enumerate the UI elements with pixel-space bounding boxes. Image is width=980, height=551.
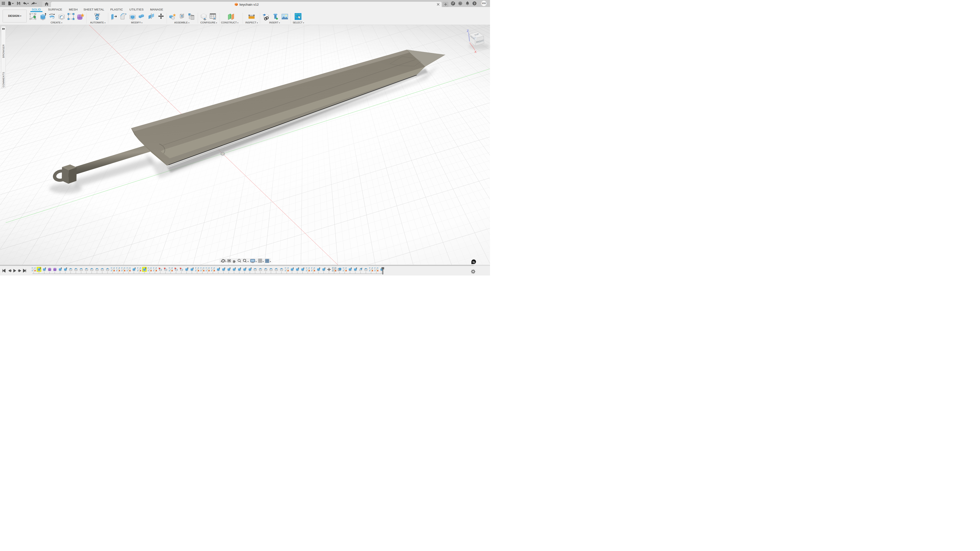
svg-text:X: X — [474, 50, 477, 54]
svg-text:Z: Z — [467, 29, 469, 33]
svg-text:WW: WW — [482, 2, 486, 5]
svg-text:?: ? — [474, 2, 475, 5]
